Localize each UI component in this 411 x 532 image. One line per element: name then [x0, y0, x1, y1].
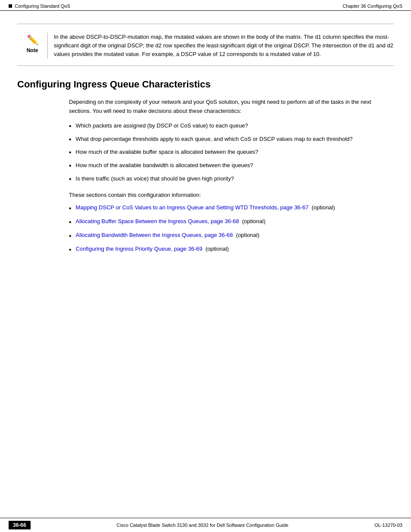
header-right: Chapter 36 Configuring QoS	[342, 3, 402, 9]
bullet-text: How much of the available buffer space i…	[76, 148, 258, 156]
square-icon	[9, 4, 12, 8]
note-section: ✏️ Note In the above DSCP-to-DSCP-mutati…	[17, 33, 394, 66]
optional-1: (optional)	[311, 204, 335, 211]
page-container: Configuring Standard QoS Chapter 36 Conf…	[0, 0, 411, 532]
list-item: Which packets are assigned (by DSCP or C…	[69, 121, 394, 132]
optional-4: (optional)	[206, 246, 229, 252]
bullet-text: What drop percentage thresholds apply to…	[76, 135, 353, 143]
doc-link-1[interactable]: Mapping DSCP or CoS Values to an Ingress…	[76, 204, 309, 211]
link-list-item: Allocating Bandwidth Between the Ingress…	[69, 231, 394, 241]
bullet-text: How much of the available bandwidth is a…	[76, 161, 253, 170]
footer-center-text: Cisco Catalyst Blade Switch 3130 and 303…	[117, 523, 289, 528]
link-item-content: Mapping DSCP or CoS Values to an Ingress…	[76, 204, 335, 212]
optional-2: (optional)	[242, 218, 265, 224]
page-number: 36-66	[9, 521, 31, 529]
doc-link-2[interactable]: Allocating Buffer Space Between the Ingr…	[76, 218, 239, 224]
link-list: Mapping DSCP or CoS Values to an Ingress…	[69, 204, 394, 255]
list-item: What drop percentage thresholds apply to…	[69, 135, 394, 145]
bullet-text: Is there traffic (such as voice) that sh…	[76, 174, 234, 183]
link-item-content: Allocating Buffer Space Between the Ingr…	[76, 218, 266, 226]
content-area: ✏️ Note In the above DSCP-to-DSCP-mutati…	[0, 11, 411, 532]
doc-link-3[interactable]: Allocating Bandwidth Between the Ingress…	[76, 232, 233, 238]
link-list-item: Mapping DSCP or CoS Values to an Ingress…	[69, 204, 394, 213]
link-item-content: Configuring the Ingress Priority Queue, …	[76, 245, 229, 253]
note-text: In the above DSCP-to-DSCP-mutation map, …	[54, 33, 394, 59]
link-item-content: Allocating Bandwidth Between the Ingress…	[76, 231, 259, 240]
footer-right-text: OL-13270-03	[374, 523, 402, 528]
note-label: Note	[27, 47, 38, 53]
doc-link-4[interactable]: Configuring the Ingress Priority Queue, …	[76, 246, 202, 252]
pencil-icon: ✏️	[27, 34, 38, 46]
list-item: How much of the available buffer space i…	[69, 148, 394, 158]
header-right-text: Chapter 36 Configuring QoS	[342, 3, 402, 9]
note-section-wrapper: ✏️ Note In the above DSCP-to-DSCP-mutati…	[17, 24, 394, 66]
intro-paragraph: Depending on the complexity of your netw…	[69, 98, 394, 115]
link-list-item: Configuring the Ingress Priority Queue, …	[69, 245, 394, 255]
sections-intro: These sections contain this configuratio…	[69, 191, 394, 199]
body-content: Depending on the complexity of your netw…	[69, 98, 394, 255]
bullet-text: Which packets are assigned (by DSCP or C…	[76, 121, 248, 130]
header-left-text: Configuring Standard QoS	[15, 3, 70, 9]
header-left: Configuring Standard QoS	[9, 3, 70, 9]
characteristics-list: Which packets are assigned (by DSCP or C…	[69, 121, 394, 185]
optional-3: (optional)	[236, 232, 259, 238]
link-list-item: Allocating Buffer Space Between the Ingr…	[69, 218, 394, 227]
section-heading: Configuring Ingress Queue Characteristic…	[17, 79, 394, 90]
page-footer: 36-66 Cisco Catalyst Blade Switch 3130 a…	[0, 518, 411, 532]
page-header: Configuring Standard QoS Chapter 36 Conf…	[0, 0, 411, 11]
note-icon-area: ✏️ Note	[17, 33, 47, 53]
list-item: Is there traffic (such as voice) that sh…	[69, 174, 394, 185]
list-item: How much of the available bandwidth is a…	[69, 161, 394, 171]
note-divider	[47, 33, 48, 59]
